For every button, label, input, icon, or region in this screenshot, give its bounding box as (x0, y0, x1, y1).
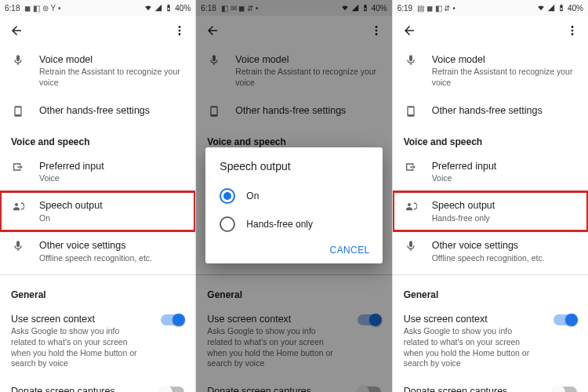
screen-context-toggle[interactable] (554, 314, 577, 325)
input-icon (12, 161, 24, 173)
screen-right: 6:19 ▤ ◼ ◧ ⇵ • 40% Voice modelRetrain th… (393, 0, 588, 392)
speech-output-dialog: Speech output On Hands-free only CANCEL (205, 147, 382, 263)
section-general: General (0, 278, 195, 305)
radio-hands-free-icon (220, 216, 235, 232)
donate-toggle[interactable] (161, 387, 184, 392)
svg-point-1 (179, 30, 181, 32)
other-voice-sub: Offline speech recognition, etc. (39, 253, 184, 264)
svg-point-2 (179, 33, 181, 35)
signal-icon (547, 4, 555, 12)
option-hands-free-label: Hands-free only (246, 219, 313, 230)
status-left-icons: ◼ ◧ ⊚ Y • (20, 4, 144, 13)
person-speak-icon (12, 200, 24, 212)
status-bar: 6:19 ▤ ◼ ◧ ⇵ • 40% (393, 0, 588, 16)
preferred-input-item[interactable]: Preferred inputVoice (393, 152, 588, 192)
preferred-input-title: Preferred input (39, 160, 184, 172)
option-on[interactable]: On (215, 182, 372, 210)
svg-point-6 (572, 26, 574, 28)
speech-output-sub: On (39, 213, 184, 224)
screen-context-title: Use screen context (11, 313, 147, 325)
status-time: 6:19 (397, 4, 412, 13)
screen-context-toggle[interactable] (161, 314, 184, 325)
signal-icon (154, 4, 162, 12)
screen-left: 6:18 ◼ ◧ ⊚ Y • 40% Voice modelRetrain th… (0, 0, 196, 392)
preferred-input-item[interactable]: Preferred inputVoice (0, 152, 195, 192)
svg-point-0 (179, 26, 181, 28)
cancel-button[interactable]: CANCEL (330, 245, 370, 256)
donate-captures-item[interactable]: Donate screen capturesAllow screen captu… (0, 377, 195, 392)
wifi-icon (537, 4, 545, 12)
donate-captures-item[interactable]: Donate screen capturesAllow screen captu… (393, 377, 588, 392)
person-speak-icon (405, 200, 417, 212)
voice-model-item[interactable]: Voice modelRetrain the Assistant to reco… (393, 45, 588, 96)
other-voice-settings-item[interactable]: Other voice settingsOffline speech recog… (393, 231, 588, 271)
use-screen-context-item[interactable]: Use screen contextAsks Google to show yo… (0, 305, 195, 377)
phone-icon (405, 105, 417, 118)
speech-output-title: Speech output (39, 199, 184, 212)
mic-icon (12, 54, 24, 67)
overflow-menu-icon[interactable] (561, 20, 583, 42)
svg-point-7 (572, 30, 574, 32)
donate-toggle[interactable] (554, 387, 577, 392)
status-time: 6:18 (5, 4, 20, 13)
back-button[interactable] (5, 19, 28, 42)
wifi-icon (144, 4, 152, 12)
section-voice-speech: Voice and speech (0, 125, 195, 152)
overflow-menu-icon[interactable] (169, 20, 191, 42)
mic-settings-icon (405, 240, 417, 252)
input-icon (405, 161, 417, 173)
voice-model-title: Voice model (39, 53, 184, 66)
battery-icon (557, 4, 565, 12)
speech-output-item[interactable]: Speech outputHands-free only (393, 191, 588, 231)
back-button[interactable] (397, 19, 421, 42)
other-hands-free-title: Other hands-free settings (39, 104, 184, 117)
radio-on-icon (220, 188, 235, 204)
other-voice-settings-item[interactable]: Other voice settingsOffline speech recog… (0, 231, 195, 271)
battery-text: 40% (175, 4, 191, 13)
app-bar (0, 16, 195, 45)
mic-settings-icon (12, 240, 24, 252)
screen-middle: 6:18 ◧ ✉ ◼ ⇵ • 40% Voice modelRetrain th… (196, 0, 392, 392)
voice-model-item[interactable]: Voice modelRetrain the Assistant to reco… (0, 45, 195, 96)
phone-icon (12, 105, 24, 118)
use-screen-context-item[interactable]: Use screen contextAsks Google to show yo… (393, 305, 588, 377)
battery-icon (165, 4, 172, 12)
speech-output-item[interactable]: Speech outputOn (0, 191, 195, 231)
status-bar: 6:18 ◼ ◧ ⊚ Y • 40% (0, 0, 195, 16)
speech-output-title: Speech output (432, 199, 577, 212)
status-left-icons: ▤ ◼ ◧ ⇵ • (412, 4, 537, 13)
battery-text: 40% (568, 4, 583, 13)
voice-model-sub: Retrain the Assistant to recognize your … (39, 67, 184, 88)
other-voice-title: Other voice settings (39, 239, 184, 252)
speech-output-sub: Hands-free only (432, 213, 577, 224)
other-hands-free-item[interactable]: Other hands-free settings (0, 96, 195, 125)
donate-title: Donate screen captures (11, 385, 147, 392)
option-hands-free-only[interactable]: Hands-free only (215, 210, 372, 238)
other-hands-free-item[interactable]: Other hands-free settings (393, 96, 588, 125)
divider (0, 274, 195, 275)
mic-icon (405, 54, 417, 67)
preferred-input-sub: Voice (39, 173, 184, 184)
screen-context-sub: Asks Google to show you info related to … (11, 326, 147, 369)
option-on-label: On (246, 191, 259, 201)
dialog-title: Speech output (220, 160, 372, 172)
svg-point-8 (572, 33, 574, 35)
app-bar (393, 16, 588, 45)
